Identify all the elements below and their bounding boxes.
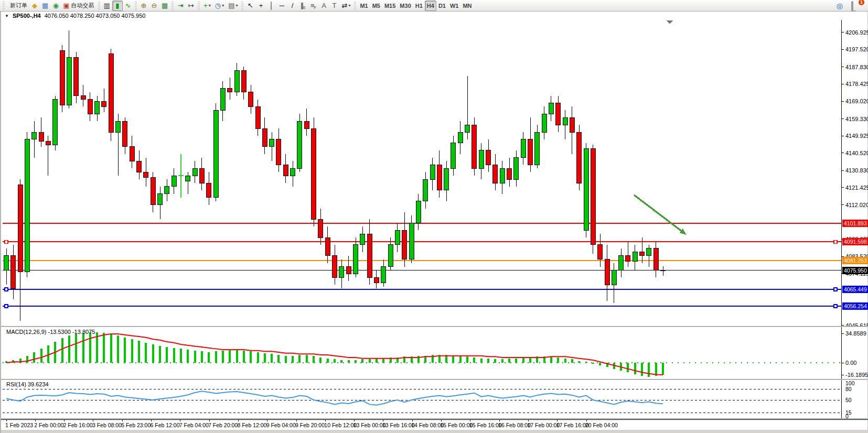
price-panel[interactable]: 4206.9254197.5204187.8304178.4254169.020… [1, 20, 868, 326]
candle [312, 128, 316, 219]
candle [653, 248, 658, 270]
tf-d1-button[interactable]: D1 [436, 1, 448, 11]
price-line-label: 4056.254 [844, 303, 867, 309]
templates-dropdown-icon[interactable]: ▾ [235, 3, 238, 8]
tf-mn-button[interactable]: MN [460, 1, 474, 11]
line-chart-icon: ∿ [125, 2, 131, 9]
macd-label: MACD(12,26,9) -13.5300 -13.8075 [6, 329, 95, 335]
hline-handle[interactable] [5, 240, 8, 243]
indicators-dropdown-icon[interactable]: ▾ [209, 3, 211, 8]
zoom-in-button[interactable]: ⊕ [138, 1, 149, 11]
rsi-axis-label: 50 [845, 397, 852, 403]
time-axis-label: 7 Feb 20:00 [208, 422, 238, 428]
time-axis-label: 9 Feb 04:00 [266, 422, 296, 428]
rsi-label: RSI(14) 39.6234 [6, 381, 49, 387]
time-axis-label: 9 Feb 20:00 [295, 422, 325, 428]
chart-shift-button[interactable]: ↦ [186, 1, 196, 11]
time-axis-label: 7 Feb 04:00 [179, 422, 209, 428]
candlestick-chart-button[interactable]: ▮ [112, 1, 123, 11]
candle [605, 259, 609, 285]
tf-h1-button[interactable]: H1 [413, 1, 425, 11]
crosshair-button[interactable]: + [255, 1, 266, 11]
macd-panel[interactable]: MACD(12,26,9) -13.5300 -13.807534.85890.… [1, 327, 868, 379]
chart-shift-icon: ↦ [188, 2, 194, 9]
panel-splitter[interactable] [1, 326, 867, 327]
candle [32, 132, 37, 139]
arrows-list-button[interactable]: ⇄▾ [339, 1, 352, 11]
text-label-button[interactable]: T [329, 1, 339, 11]
candle [423, 179, 428, 201]
market-watch-button[interactable]: ▦ [40, 1, 50, 11]
tf-m30-button[interactable]: M30 [398, 1, 413, 11]
candle [402, 230, 407, 259]
candle [4, 256, 9, 270]
auto-scroll-button[interactable]: ⇥ [175, 1, 186, 11]
tf-m5-button[interactable]: M5 [370, 1, 382, 11]
hline-handle[interactable] [834, 240, 837, 243]
price-axis-tick-label: 4159.330 [845, 116, 868, 122]
fibonacci-sub-label: F [314, 6, 316, 9]
horizontal-line-button[interactable]: ─ [276, 1, 287, 11]
time-axis-label: 3 Feb 08:00 [92, 422, 122, 428]
vertical-line-button[interactable]: │ [266, 1, 276, 11]
time-axis-label: 6 Feb 12:00 [151, 422, 180, 428]
chart-window-button[interactable]: ◆ [29, 1, 40, 11]
candle [95, 101, 100, 114]
cursor-button[interactable]: ↖ [245, 1, 255, 11]
fibonacci-button[interactable]: ≡F [308, 1, 318, 11]
panel-splitter[interactable] [1, 418, 867, 419]
panel-splitter[interactable] [1, 379, 867, 380]
candle [67, 58, 71, 105]
hline-handle[interactable] [834, 305, 837, 308]
trendline-button[interactable]: / [287, 1, 297, 11]
notifications-button[interactable]: 1 [851, 2, 861, 9]
arrows-list-dropdown-icon[interactable]: ▾ [348, 3, 350, 8]
one-click-trading-toggle[interactable]: ▼ [5, 14, 9, 18]
time-axis-label: 20 Feb 04:00 [585, 422, 618, 428]
trend-arrow[interactable] [634, 195, 683, 232]
notification-badge: 1 [858, 0, 865, 6]
candle [255, 106, 260, 128]
candle [619, 256, 624, 270]
candle [514, 158, 519, 180]
candle [325, 237, 330, 256]
tf-m1-button[interactable]: M1 [358, 1, 370, 11]
periods-dropdown-icon[interactable]: ▾ [222, 3, 224, 8]
signals-button[interactable]: ◉ [50, 1, 61, 11]
hline-handle[interactable] [5, 305, 8, 308]
chart-shift-marker[interactable] [667, 20, 673, 24]
candle [137, 161, 142, 172]
candle [297, 121, 302, 168]
price-axis-tick-label: 4169.020 [845, 98, 868, 104]
auto-trading-button[interactable]: ▣自动交易 [61, 1, 96, 11]
rsi-panel[interactable]: RSI(14) 39.62341008050150 [1, 380, 868, 418]
templates-button[interactable]: ▤▾ [226, 1, 240, 11]
indicators-button[interactable]: +▾ [201, 1, 213, 11]
tf-h4-button[interactable]: H4 [425, 1, 436, 11]
price-line-label: 4065.449 [844, 286, 867, 293]
candle [640, 252, 645, 256]
tf-m15-button[interactable]: M15 [382, 1, 398, 11]
search-button[interactable]: ◎ [834, 1, 845, 11]
hline-handle[interactable] [834, 288, 837, 291]
tile-windows-button[interactable]: ▦ [159, 1, 170, 11]
candle [39, 132, 44, 141]
equidistant-channel-button[interactable]: ∥E [297, 1, 308, 11]
candle [521, 139, 526, 158]
templates-icon: ▤ [228, 2, 234, 9]
text-button[interactable]: A [318, 1, 329, 11]
candle [472, 125, 477, 168]
time-axis[interactable]: 1 Feb 20232 Feb 00:002 Feb 16:003 Feb 08… [1, 419, 868, 433]
zoom-out-button[interactable]: ⊖ [149, 1, 159, 11]
candle [465, 125, 470, 132]
periods-icon: ◷ [215, 2, 221, 9]
bar-chart-button[interactable]: ▥ [102, 1, 112, 11]
main-toolbar: 新订单◆▦◉▣自动交易▥▮∿⊕⊖▦⇥↦+▾◷▾▤▾↖+│─/∥E≡FAT⇄▾M1… [0, 0, 868, 12]
price-axis-tick-label: 4140.520 [845, 150, 868, 156]
candle [25, 139, 29, 272]
periods-button[interactable]: ◷▾ [213, 1, 226, 11]
tf-w1-button[interactable]: W1 [448, 1, 461, 11]
line-chart-button[interactable]: ∿ [123, 1, 133, 11]
hline-handle[interactable] [5, 288, 8, 291]
new-order-button[interactable]: 新订单 [6, 1, 29, 11]
